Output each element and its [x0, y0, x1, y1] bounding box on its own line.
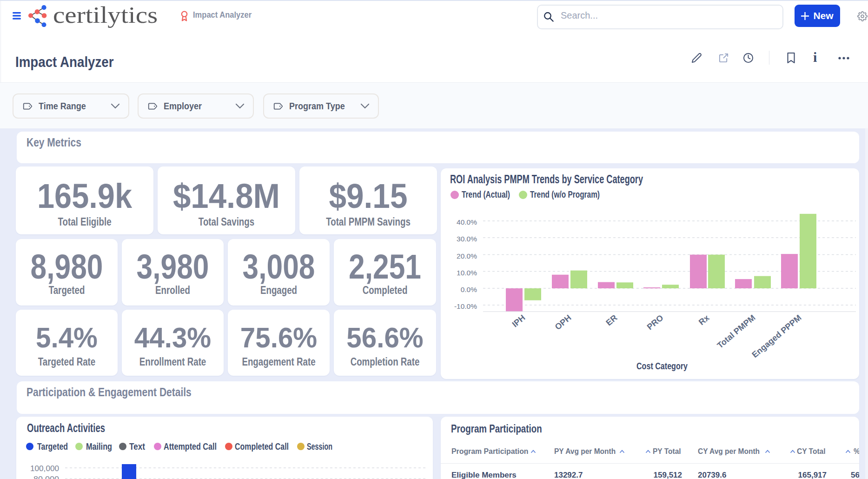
- svg-text:30.0%: 30.0%: [457, 235, 477, 243]
- svg-text:Trend (w/o Program): Trend (w/o Program): [530, 189, 600, 200]
- svg-text:10.0%: 10.0%: [457, 269, 477, 277]
- svg-text:Attempted Call: Attempted Call: [164, 441, 217, 452]
- svg-text:Completed Call: Completed Call: [235, 441, 289, 452]
- svg-text:Rx: Rx: [697, 313, 711, 327]
- svg-text:20.0%: 20.0%: [457, 252, 477, 260]
- svg-text:Targeted: Targeted: [37, 441, 68, 452]
- svg-text:Total PMPM: Total PMPM: [716, 313, 757, 350]
- svg-text:OPH: OPH: [553, 313, 573, 332]
- svg-text:Cost Category: Cost Category: [636, 360, 688, 371]
- svg-text:0.0%: 0.0%: [461, 286, 477, 293]
- svg-text:ER: ER: [604, 313, 619, 327]
- svg-text:PRO: PRO: [645, 313, 665, 332]
- svg-text:IPH: IPH: [510, 313, 527, 329]
- svg-text:Text: Text: [129, 441, 145, 452]
- svg-text:80,000: 80,000: [33, 475, 59, 479]
- svg-text:Outreach Activities: Outreach Activities: [27, 421, 105, 434]
- svg-text:100,000: 100,000: [30, 464, 59, 472]
- svg-text:Engaged PPPM: Engaged PPPM: [750, 313, 803, 359]
- svg-text:Session: Session: [307, 441, 332, 452]
- svg-text:-10.0%: -10.0%: [454, 302, 477, 310]
- svg-text:ROI Analysis PMPM Trends by Se: ROI Analysis PMPM Trends by Service Cate…: [450, 173, 643, 186]
- svg-text:Mailing: Mailing: [86, 441, 112, 452]
- svg-text:Trend (Actual): Trend (Actual): [462, 189, 510, 200]
- svg-text:40.0%: 40.0%: [457, 218, 477, 226]
